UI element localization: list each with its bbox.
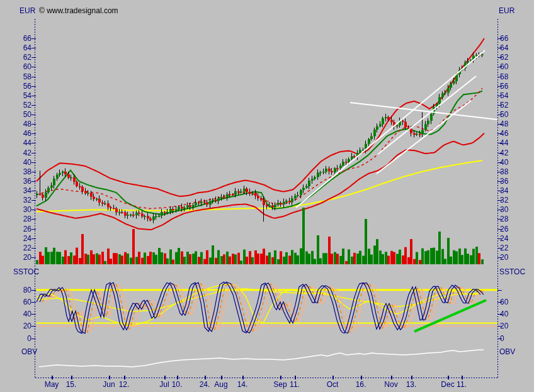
date-tick-label: 15. <box>66 381 77 388</box>
date-tick-label: Oct <box>327 381 339 388</box>
price-tick-label-left: 40 <box>13 159 31 166</box>
price-tick-label-left: 32 <box>13 196 31 204</box>
price-tick-label-right: 26 <box>500 225 508 233</box>
price-tick-label-right: 52 <box>500 101 508 109</box>
price-tick-label-right: 22 <box>500 244 508 252</box>
price-tick-label-left: 22 <box>13 244 31 252</box>
price-tick-label-right: 28 <box>500 215 508 223</box>
price-tick-label-left: 36 <box>13 177 31 185</box>
obv-panel-label-left: OBV <box>21 348 37 356</box>
date-tick-label: 11. <box>290 381 300 388</box>
currency-label-left: EUR <box>20 7 35 14</box>
sstoc-tick-label-left: 40 <box>13 310 31 318</box>
price-tick-label-right: 54 <box>500 92 508 99</box>
copyright-label: © www.tradesignal.com <box>39 7 118 14</box>
date-tick-label: Jul <box>159 381 169 388</box>
price-tick-label-right: 38 <box>500 168 508 176</box>
date-tick-label: 12. <box>119 381 130 388</box>
price-tick-label-left: 44 <box>13 139 31 147</box>
sstoc-tick-label-right: 40 <box>500 310 508 318</box>
price-tick-label-right: 34 <box>500 187 508 194</box>
date-tick-label: Jun <box>103 381 115 388</box>
price-tick-label-left: 26 <box>13 225 31 233</box>
price-tick-label-right: 42 <box>500 149 508 157</box>
price-tick-label-left: 48 <box>13 120 31 128</box>
sstoc-panel-label-left: SSTOC <box>13 268 39 276</box>
date-tick-label: 24. <box>200 381 210 388</box>
price-tick-label-right: 48 <box>500 120 508 128</box>
price-tick-label-right: 60 <box>500 63 508 70</box>
price-tick-label-right: 50 <box>500 111 508 118</box>
date-tick-label: Sep <box>273 381 287 388</box>
trading-chart-window: EUR © www.tradesignal.com EUR SSTOC SSTO… <box>0 0 534 392</box>
price-tick-label-left: 34 <box>13 187 31 194</box>
price-tick-label-left: 42 <box>13 149 31 157</box>
price-tick-label-right: 62 <box>500 53 508 61</box>
price-tick-label-right: 58 <box>500 73 508 81</box>
date-tick-label: 16. <box>356 381 366 388</box>
date-tick-label: 14. <box>237 381 248 388</box>
date-tick-label: Dec <box>441 381 454 388</box>
sstoc-panel-label-right: SSTOC <box>499 268 525 276</box>
price-tick-label-right: 20 <box>500 254 508 261</box>
date-tick-label: May <box>45 381 59 388</box>
date-tick-label: Aug <box>214 381 227 388</box>
currency-label-right: EUR <box>499 7 514 14</box>
sstoc-tick-label-right: 60 <box>500 298 508 306</box>
price-tick-label-left: 66 <box>13 35 31 42</box>
price-tick-label-left: 62 <box>13 53 31 61</box>
price-tick-label-left: 56 <box>13 82 31 90</box>
sstoc-tick-label-left: 60 <box>13 298 31 306</box>
price-tick-label-right: 66 <box>500 35 508 42</box>
date-tick-label: 13. <box>406 381 417 388</box>
price-tick-label-left: 54 <box>13 92 31 99</box>
obv-panel-label-right: OBV <box>499 348 515 356</box>
price-tick-label-right: 24 <box>500 235 508 242</box>
price-tick-label-right: 56 <box>500 82 508 90</box>
price-tick-label-right: 30 <box>500 206 508 213</box>
price-tick-label-left: 46 <box>13 130 31 137</box>
price-tick-label-left: 52 <box>13 101 31 109</box>
sstoc-tick-label-left: 0 <box>13 335 31 342</box>
date-tick-label: 10. <box>172 381 183 388</box>
sstoc-tick-label-left: 80 <box>13 286 31 294</box>
price-tick-label-right: 32 <box>500 196 508 204</box>
chart-canvas <box>0 0 534 392</box>
price-tick-label-left: 60 <box>13 63 31 70</box>
date-tick-label: 11. <box>457 381 467 388</box>
price-tick-label-right: 46 <box>500 130 508 137</box>
price-tick-label-left: 20 <box>13 254 31 261</box>
price-tick-label-left: 24 <box>13 235 31 242</box>
price-tick-label-left: 64 <box>13 44 31 52</box>
price-tick-label-left: 30 <box>13 206 31 213</box>
price-tick-label-left: 58 <box>13 73 31 81</box>
price-tick-label-left: 50 <box>13 111 31 118</box>
sstoc-tick-label-left: 20 <box>13 322 31 330</box>
price-tick-label-right: 64 <box>500 44 508 52</box>
date-tick-label: Nov <box>384 381 397 388</box>
price-tick-label-right: 44 <box>500 139 508 147</box>
price-tick-label-right: 40 <box>500 159 508 166</box>
price-tick-label-left: 28 <box>13 215 31 223</box>
price-tick-label-left: 38 <box>13 168 31 176</box>
price-tick-label-right: 36 <box>500 177 508 185</box>
sstoc-tick-label-right: 0 <box>500 335 504 342</box>
sstoc-tick-label-right: 20 <box>500 322 508 330</box>
